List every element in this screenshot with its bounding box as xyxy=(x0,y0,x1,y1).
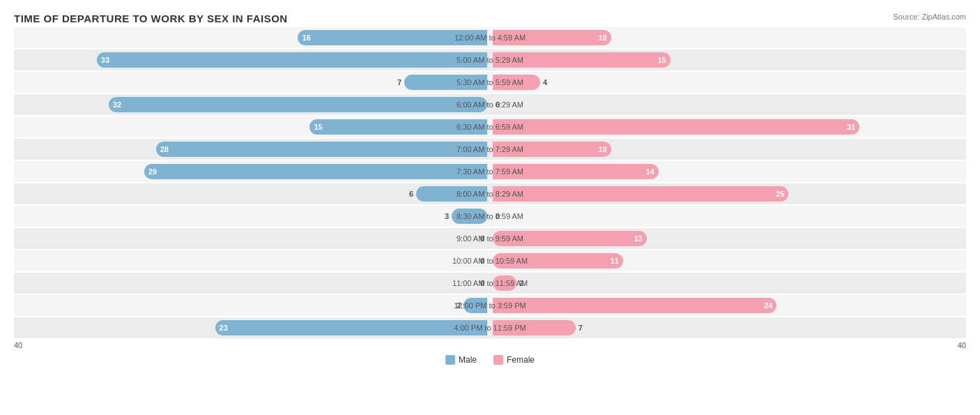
table-row: 29 7:30 AM to 7:59 AM 14 xyxy=(14,161,966,182)
male-value-zero: 0 xyxy=(477,234,487,243)
source-label: Source: ZipAtlas.com xyxy=(893,13,966,21)
legend-female: Female xyxy=(493,355,535,365)
female-value-outside: 4 xyxy=(540,78,550,86)
legend-female-label: Female xyxy=(507,355,535,365)
male-bar-wrap: 23 xyxy=(14,320,487,335)
left-section: 7 xyxy=(14,72,490,93)
male-value-outside: 2 xyxy=(454,301,464,310)
right-section: 24 xyxy=(490,295,966,316)
table-row: 6 8:00 AM to 8:29 AM 25 xyxy=(14,183,966,204)
female-bar: 10 xyxy=(493,30,611,45)
row-inner: 28 7:00 AM to 7:29 AM 10 xyxy=(14,139,966,160)
male-value: 16 xyxy=(302,33,310,42)
left-section: 0 xyxy=(14,228,490,249)
male-value: 23 xyxy=(220,324,228,332)
male-bar xyxy=(464,298,487,313)
left-section: 2 xyxy=(14,295,490,316)
row-inner: 16 12:00 AM to 4:59 AM 10 xyxy=(14,27,966,48)
female-bar: 13 xyxy=(493,231,647,246)
table-row: 0 11:00 AM to 11:59 AM 2 xyxy=(14,273,966,294)
female-bar-wrap: 15 xyxy=(493,52,966,68)
left-section: 29 xyxy=(14,161,490,182)
male-value: 15 xyxy=(314,123,322,131)
legend-area: Male Female xyxy=(14,355,966,365)
left-section: 23 xyxy=(14,317,490,338)
male-bar-wrap: 15 xyxy=(14,119,487,135)
female-bar-wrap: 31 xyxy=(493,119,966,135)
male-bar: 15 xyxy=(309,119,487,135)
female-bar: 31 xyxy=(493,119,859,135)
female-bar: 25 xyxy=(493,186,788,202)
female-bar-wrap: 14 xyxy=(493,164,966,179)
female-bar-wrap: 11 xyxy=(493,253,966,269)
right-section: 15 xyxy=(490,50,966,70)
female-bar-wrap: 7 xyxy=(493,320,966,335)
male-value-outside: 6 xyxy=(406,190,416,198)
left-section: 0 xyxy=(14,273,490,294)
male-bar-wrap: 6 xyxy=(14,186,487,202)
female-value: 11 xyxy=(610,257,618,265)
legend-male: Male xyxy=(445,355,477,365)
row-inner: 3 8:30 AM to 8:59 AM 0 xyxy=(14,206,966,227)
male-bar xyxy=(416,186,487,202)
female-bar-wrap: 10 xyxy=(493,142,966,157)
right-section: 11 xyxy=(490,250,966,271)
female-bar-wrap: 4 xyxy=(493,75,966,90)
table-row: 7 5:30 AM to 5:59 AM 4 xyxy=(14,72,966,93)
axis-labels: 40 40 xyxy=(14,341,966,349)
legend-female-box xyxy=(493,355,503,365)
male-bar-wrap: 2 xyxy=(14,298,487,313)
chart-title: TIME OF DEPARTURE TO WORK BY SEX IN FAIS… xyxy=(14,13,288,24)
table-row: 23 4:00 PM to 11:59 PM 7 xyxy=(14,317,966,338)
table-row: 15 6:30 AM to 6:59 AM 31 xyxy=(14,116,966,137)
female-value-outside: 7 xyxy=(576,324,585,332)
female-bar: 24 xyxy=(493,298,776,313)
female-bar xyxy=(493,320,576,335)
axis-right: 40 xyxy=(958,341,966,349)
male-value-outside: 7 xyxy=(395,78,404,86)
female-bar: 11 xyxy=(493,253,623,269)
male-bar xyxy=(404,75,487,90)
male-bar-wrap: 3 xyxy=(14,209,487,224)
female-value: 10 xyxy=(599,145,607,153)
male-bar: 28 xyxy=(156,142,487,157)
female-bar: 15 xyxy=(493,52,671,68)
left-section: 3 xyxy=(14,206,490,227)
female-value: 15 xyxy=(657,56,666,64)
right-section: 0 xyxy=(490,206,966,227)
male-bar-wrap: 29 xyxy=(14,164,487,179)
table-row: 0 10:00 AM to 10:59 AM 11 xyxy=(14,250,966,271)
male-value: 33 xyxy=(101,56,109,64)
row-inner: 0 9:00 AM to 9:59 AM 13 xyxy=(14,228,966,249)
right-section: 13 xyxy=(490,228,966,249)
male-bar: 29 xyxy=(144,164,487,179)
female-bar xyxy=(493,276,516,291)
row-inner: 7 5:30 AM to 5:59 AM 4 xyxy=(14,72,966,93)
female-bar-wrap: 24 xyxy=(493,298,966,313)
left-section: 16 xyxy=(14,27,490,48)
male-bar: 32 xyxy=(109,97,487,112)
male-value-outside: 3 xyxy=(442,212,452,220)
legend-male-box xyxy=(445,355,455,365)
legend-male-label: Male xyxy=(459,355,477,365)
female-bar-wrap: 10 xyxy=(493,30,966,45)
female-bar-wrap: 2 xyxy=(493,276,966,291)
female-bar-wrap: 13 xyxy=(493,231,966,246)
male-bar: 16 xyxy=(298,30,487,45)
left-section: 15 xyxy=(14,116,490,137)
female-value-zero: 0 xyxy=(493,100,503,109)
female-bar: 10 xyxy=(493,142,611,157)
male-value-zero: 0 xyxy=(477,257,487,265)
female-bar xyxy=(493,75,540,90)
female-bar-wrap: 0 xyxy=(493,209,966,224)
female-bar: 14 xyxy=(493,164,659,179)
row-inner: 32 6:00 AM to 6:29 AM 0 xyxy=(14,94,966,115)
table-row: 16 12:00 AM to 4:59 AM 10 xyxy=(14,27,966,48)
female-value-zero: 0 xyxy=(493,212,503,220)
male-bar-wrap: 32 xyxy=(14,97,487,112)
table-row: 32 6:00 AM to 6:29 AM 0 xyxy=(14,94,966,115)
row-inner: 0 11:00 AM to 11:59 AM 2 xyxy=(14,273,966,294)
female-value: 25 xyxy=(776,190,784,198)
right-section: 10 xyxy=(490,139,966,160)
male-bar-wrap: 0 xyxy=(14,231,487,246)
